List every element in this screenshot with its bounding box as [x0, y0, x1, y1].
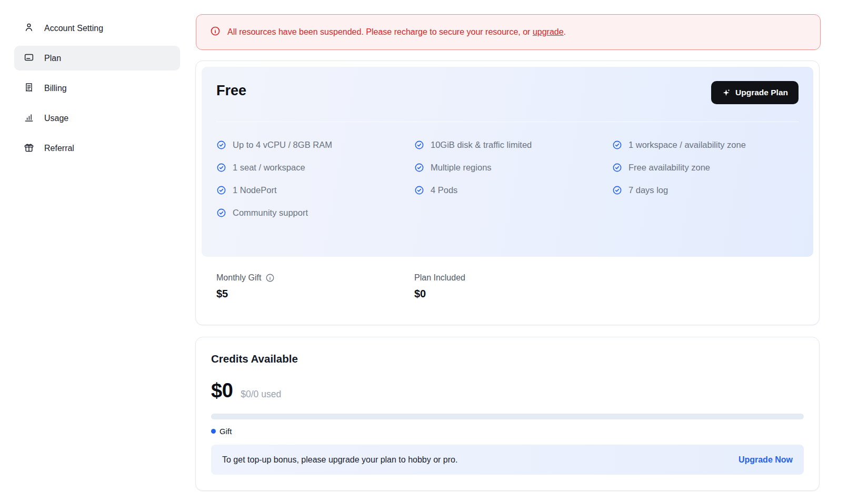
check-circle-icon [216, 163, 226, 173]
upgrade-plan-label: Upgrade Plan [735, 88, 788, 97]
gift-legend-label: Gift [220, 427, 232, 436]
plan-hero-panel: Free Upgrade Plan Up to 4 vCPU / 8GB RAM… [202, 67, 813, 257]
sidebar-item-label: Usage [44, 114, 68, 123]
sidebar-item-label: Account Setting [44, 24, 103, 33]
plan-feature: 10GiB disk & traffic limited [414, 134, 612, 156]
plan-stats: Monthly Gift $5 Plan Included $0 [216, 273, 465, 300]
credits-progress-bar [211, 414, 804, 419]
info-icon[interactable] [265, 273, 275, 283]
plan-feature-grid: Up to 4 vCPU / 8GB RAM 1 seat / workspac… [216, 134, 803, 224]
sidebar-item-account-setting[interactable]: Account Setting [14, 16, 180, 41]
user-icon [24, 22, 34, 35]
upgrade-notice-text: To get top-up bonus, please upgrade your… [222, 455, 457, 465]
monthly-gift-label: Monthly Gift [216, 273, 261, 283]
plan-feature: Community support [216, 202, 414, 224]
bar-chart-icon [24, 112, 34, 125]
suspension-alert-banner: All resources have been suspended. Pleas… [196, 14, 821, 50]
upgrade-now-link[interactable]: Upgrade Now [739, 455, 793, 465]
info-icon [210, 26, 221, 38]
credits-amount: $0 [211, 379, 233, 402]
plan-card: Free Upgrade Plan Up to 4 vCPU / 8GB RAM… [195, 61, 820, 325]
plan-feature: 1 workspace / availability zone [612, 134, 803, 156]
feature-column-2: 10GiB disk & traffic limited Multiple re… [414, 134, 612, 224]
feature-column-1: Up to 4 vCPU / 8GB RAM 1 seat / workspac… [216, 134, 414, 224]
sidebar-item-label: Billing [44, 84, 67, 93]
upgrade-link[interactable]: upgrade [533, 27, 564, 36]
credits-title: Credits Available [211, 353, 804, 365]
credits-amount-row: $0 $0/0 used [211, 379, 804, 402]
feature-column-3: 1 workspace / availability zone Free ava… [612, 134, 803, 224]
plan-feature: Multiple regions [414, 156, 612, 179]
check-circle-icon [414, 140, 424, 150]
receipt-icon [24, 82, 34, 95]
sidebar-item-usage[interactable]: Usage [14, 106, 180, 130]
sidebar-item-plan[interactable]: Plan [14, 46, 180, 71]
plan-name: Free [216, 83, 246, 99]
plan-included-value: $0 [414, 288, 465, 300]
plan-included-stat: Plan Included $0 [414, 273, 465, 300]
upgrade-plan-button[interactable]: Upgrade Plan [711, 81, 799, 104]
gift-legend-dot [211, 429, 216, 434]
check-circle-icon [414, 163, 424, 173]
monthly-gift-stat: Monthly Gift $5 [216, 273, 414, 300]
check-circle-icon [612, 140, 622, 150]
plan-feature: Up to 4 vCPU / 8GB RAM [216, 134, 414, 156]
alert-message: All resources have been suspended. Pleas… [227, 27, 566, 37]
sidebar-item-billing[interactable]: Billing [14, 76, 180, 101]
credit-card-icon [24, 52, 34, 65]
sidebar-item-label: Plan [44, 54, 61, 63]
check-circle-icon [612, 163, 622, 173]
plan-feature: 1 NodePort [216, 179, 414, 202]
plan-feature: 4 Pods [414, 179, 612, 202]
plan-feature: 7 days log [612, 179, 803, 202]
check-circle-icon [216, 140, 226, 150]
gift-icon [24, 142, 34, 155]
check-circle-icon [216, 185, 226, 195]
check-circle-icon [612, 185, 622, 195]
check-circle-icon [414, 185, 424, 195]
credits-legend: Gift [211, 427, 804, 436]
sparkles-icon [722, 88, 731, 97]
monthly-gift-value: $5 [216, 288, 414, 300]
credits-usage: $0/0 used [241, 389, 281, 400]
sidebar-item-referral[interactable]: Referral [14, 136, 180, 160]
hero-divider [216, 122, 799, 122]
settings-sidebar: Account Setting Plan Billing Usage Refer… [14, 16, 180, 160]
sidebar-item-label: Referral [44, 144, 74, 153]
check-circle-icon [216, 208, 226, 218]
plan-feature: 1 seat / workspace [216, 156, 414, 179]
plan-included-label: Plan Included [414, 273, 465, 283]
plan-feature: Free availability zone [612, 156, 803, 179]
upgrade-notice-bar: To get top-up bonus, please upgrade your… [211, 445, 804, 475]
credits-card: Credits Available $0 $0/0 used Gift To g… [195, 337, 820, 491]
